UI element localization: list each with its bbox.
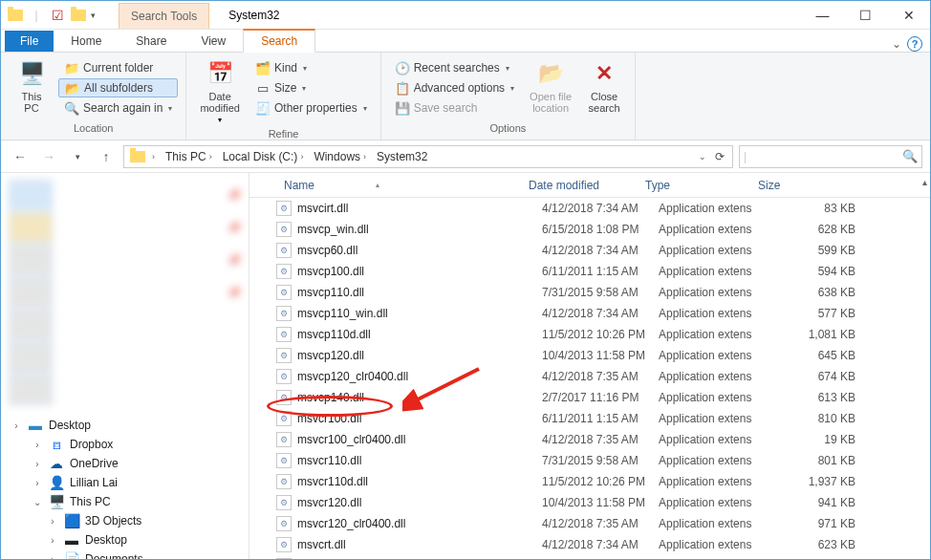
up-button[interactable]: ↑	[95, 145, 118, 168]
dll-file-icon: ⚙	[276, 390, 292, 405]
minimize-button[interactable]: —	[801, 2, 844, 29]
file-row[interactable]: ⚙msvcr100.dll6/11/2011 1:15 AMApplicatio…	[249, 408, 930, 429]
file-row[interactable]: ⚙msvcp60.dll4/12/2018 7:34 AMApplication…	[249, 240, 930, 261]
kind-button[interactable]: 🗂️ Kind▾	[249, 58, 373, 77]
dll-file-icon: ⚙	[276, 432, 292, 447]
collapse-ribbon-icon[interactable]: ⌄	[892, 37, 901, 51]
file-row[interactable]: ⚙msvfw32.dll4/12/2018 7:34 AMApplication…	[249, 555, 930, 560]
file-row[interactable]: ⚙msvcr100_clr0400.dll4/12/2018 7:35 AMAp…	[249, 429, 930, 450]
file-row[interactable]: ⚙msvcp120.dll10/4/2013 11:58 PMApplicati…	[249, 345, 930, 366]
dll-file-icon: ⚙	[276, 327, 292, 342]
computer-icon: 🖥️	[16, 58, 47, 89]
recent-searches-button[interactable]: 🕑 Recent searches▾	[389, 58, 520, 77]
share-tab[interactable]: Share	[119, 31, 184, 52]
file-row[interactable]: ⚙msvcp140.dll2/7/2017 11:16 PMApplicatio…	[249, 387, 930, 408]
file-row[interactable]: ⚙msvcr120.dll10/4/2013 11:58 PMApplicati…	[249, 492, 930, 513]
column-header-size[interactable]: Size	[750, 179, 842, 192]
column-header-type[interactable]: Type	[638, 179, 750, 192]
date-modified-button[interactable]: 📅 Date modified ▾	[194, 56, 246, 126]
breadcrumb[interactable]: › This PC› Local Disk (C:)› Windows› Sys…	[123, 145, 733, 168]
file-row[interactable]: ⚙msvcirt.dll4/12/2018 7:34 AMApplication…	[249, 198, 930, 219]
help-icon[interactable]: ?	[907, 36, 922, 52]
maximize-button[interactable]: ☐	[844, 2, 887, 29]
file-row[interactable]: ⚙msvcr120_clr0400.dll4/12/2018 7:35 AMAp…	[249, 513, 930, 534]
file-row[interactable]: ⚙msvcp120_clr0400.dll4/12/2018 7:35 AMAp…	[249, 366, 930, 387]
back-button[interactable]: ←	[9, 145, 32, 168]
qa-separator: |	[28, 7, 45, 24]
current-folder-button[interactable]: 📁 Current folder	[58, 58, 178, 77]
scroll-up-icon[interactable]: ▴	[922, 177, 927, 187]
file-row[interactable]: ⚙msvcr110d.dll11/5/2012 10:26 PMApplicat…	[249, 471, 930, 492]
tree-item-3d-objects[interactable]: ›🟦3D Objects	[1, 511, 249, 530]
save-icon: 💾	[395, 100, 410, 116]
file-row[interactable]: ⚙msvcrt.dll4/12/2018 7:34 AMApplication …	[249, 534, 930, 555]
other-properties-button[interactable]: 🧾 Other properties▾	[249, 98, 373, 118]
tree-item-user[interactable]: ›👤Lillian Lai	[1, 473, 249, 492]
home-tab[interactable]: Home	[54, 31, 119, 52]
close-button[interactable]: ✕	[887, 2, 930, 29]
search-again-in-button[interactable]: 🔍 Search again in▾	[58, 98, 178, 118]
breadcrumb-dropdown-icon[interactable]: ⌄	[696, 152, 709, 162]
search-input[interactable]: | 🔍	[739, 145, 922, 168]
folder-icon	[130, 151, 145, 162]
quick-access-item[interactable]: 📌	[1, 276, 249, 309]
ribbon-tabs: File Home Share View Search ⌄ ?	[1, 30, 930, 53]
quick-access-item[interactable]: 📌	[1, 211, 249, 244]
file-row[interactable]: ⚙msvcp100.dll6/11/2011 1:15 AMApplicatio…	[249, 261, 930, 282]
tree-item-dropbox[interactable]: ›⧈Dropbox	[1, 435, 249, 454]
dll-file-icon: ⚙	[276, 516, 292, 531]
quick-access-item[interactable]	[1, 374, 249, 406]
tree-item-thispc[interactable]: ⌄🖥️This PC	[1, 492, 249, 511]
advanced-options-button[interactable]: 📋 Advanced options▾	[389, 78, 520, 97]
file-row[interactable]: ⚙msvcr110.dll7/31/2015 9:58 AMApplicatio…	[249, 450, 930, 471]
computer-icon: 🖥️	[49, 494, 64, 509]
view-tab[interactable]: View	[184, 31, 243, 52]
file-row[interactable]: ⚙msvcp110_win.dll4/12/2018 7:34 AMApplic…	[249, 303, 930, 324]
size-button[interactable]: ▭ Size▾	[249, 78, 373, 97]
navigation-pane[interactable]: 📌 📌 📌 📌 ›▬Desktop ›⧈Dropbox ›☁OneDrive ›…	[1, 173, 249, 560]
ribbon-group-location: 🖥️ This PC 📁 Current folder 📂 All subfol…	[1, 53, 186, 140]
quick-access-item[interactable]	[1, 309, 249, 341]
file-row[interactable]: ⚙msvcp_win.dll6/15/2018 1:08 PMApplicati…	[249, 219, 930, 240]
tree-item-onedrive[interactable]: ›☁OneDrive	[1, 454, 249, 473]
qa-dropdown-icon[interactable]: ▾	[91, 11, 96, 20]
user-icon: 👤	[49, 475, 64, 490]
breadcrumb-segment[interactable]: System32	[373, 150, 431, 163]
close-search-button[interactable]: ✕ Close search	[581, 56, 627, 116]
new-folder-icon[interactable]	[70, 7, 87, 24]
breadcrumb-segment[interactable]: Windows›	[310, 150, 373, 163]
file-row[interactable]: ⚙msvcp110.dll7/31/2015 9:58 AMApplicatio…	[249, 282, 930, 303]
tree-item-documents[interactable]: ›📄Documents	[1, 549, 249, 560]
this-pc-button[interactable]: 🖥️ This PC	[9, 56, 54, 116]
dll-file-icon: ⚙	[276, 495, 292, 510]
save-search-button: 💾 Save search	[389, 98, 520, 118]
dll-file-icon: ⚙	[276, 369, 292, 384]
dll-file-icon: ⚙	[276, 264, 292, 279]
forward-button: →	[37, 145, 60, 168]
dll-file-icon: ⚙	[276, 285, 292, 300]
file-row[interactable]: ⚙msvcp110d.dll11/5/2012 10:26 PMApplicat…	[249, 324, 930, 345]
quick-access-item[interactable]: 📌	[1, 244, 249, 276]
folders-icon: 📂	[65, 80, 80, 96]
breadcrumb-segment[interactable]: Local Disk (C:)›	[219, 150, 311, 163]
tree-item-desktop[interactable]: ›▬Desktop	[1, 530, 249, 549]
quick-access-item[interactable]	[1, 341, 249, 374]
open-file-location-button: 📂 Open file location	[524, 56, 577, 116]
title-bar: | ☑ ▾ Search Tools System32 — ☐ ✕	[1, 1, 930, 30]
recent-locations-button[interactable]: ▾	[66, 145, 89, 168]
column-header-name[interactable]: Name▴	[276, 179, 521, 192]
refresh-button[interactable]: ⟳	[709, 150, 730, 163]
ribbon-group-options: 🕑 Recent searches▾ 📋 Advanced options▾ 💾…	[381, 53, 636, 140]
all-subfolders-button[interactable]: 📂 All subfolders	[58, 78, 178, 97]
search-tab[interactable]: Search	[243, 29, 315, 53]
tree-item-desktop[interactable]: ›▬Desktop	[1, 416, 249, 435]
column-header-date[interactable]: Date modified	[521, 179, 638, 192]
quick-access-item[interactable]: 📌	[1, 179, 249, 211]
open-location-icon: 📂	[535, 58, 566, 89]
breadcrumb-segment[interactable]: This PC›	[162, 150, 219, 163]
window-title: System32	[228, 9, 279, 22]
search-icon: 🔍	[902, 149, 918, 163]
properties-icon[interactable]: ☑	[49, 7, 66, 24]
file-tab[interactable]: File	[5, 31, 54, 52]
search-icon: 🔍	[64, 100, 79, 116]
